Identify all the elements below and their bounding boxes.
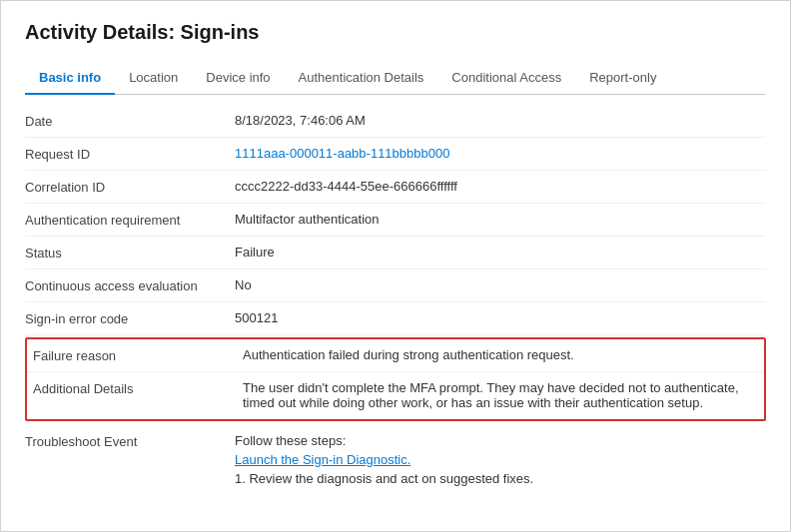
field-value-failure-reason: Authentication failed during strong auth… xyxy=(243,347,758,362)
field-label-auth-requirement: Authentication requirement xyxy=(25,212,235,228)
page-title: Activity Details: Sign-ins xyxy=(25,21,766,44)
field-value-date: 8/18/2023, 7:46:06 AM xyxy=(235,113,766,128)
troubleshoot-content: Follow these steps: Launch the Sign-in D… xyxy=(235,433,766,486)
field-status: Status Failure xyxy=(25,237,766,269)
tab-report-only[interactable]: Report-only xyxy=(575,62,670,95)
activity-details-panel: Activity Details: Sign-ins Basic info Lo… xyxy=(0,0,791,532)
field-error-code: Sign-in error code 500121 xyxy=(25,302,766,335)
field-label-failure-reason: Failure reason xyxy=(33,347,243,363)
field-label-request-id: Request ID xyxy=(25,146,235,162)
field-label-correlation-id: Correlation ID xyxy=(25,179,235,195)
troubleshoot-step-1: 1. Review the diagnosis and act on sugge… xyxy=(235,471,766,486)
field-date: Date 8/18/2023, 7:46:06 AM xyxy=(25,105,766,138)
field-additional-details: Additional Details The user didn't compl… xyxy=(27,372,764,419)
field-value-additional-details: The user didn't complete the MFA prompt.… xyxy=(243,380,758,410)
field-request-id: Request ID 1111aaa-000011-aabb-111bbbbb0… xyxy=(25,138,766,171)
field-value-error-code: 500121 xyxy=(235,310,766,325)
tab-conditional-access[interactable]: Conditional Access xyxy=(437,62,575,95)
tab-location[interactable]: Location xyxy=(115,62,192,95)
field-value-status: Failure xyxy=(235,245,766,260)
field-label-cae: Continuous access evaluation xyxy=(25,277,235,293)
troubleshoot-label: Troubleshoot Event xyxy=(25,433,235,449)
tab-auth-details[interactable]: Authentication Details xyxy=(285,62,438,95)
tab-bar: Basic info Location Device info Authenti… xyxy=(25,62,766,95)
field-label-error-code: Sign-in error code xyxy=(25,310,235,326)
troubleshoot-event-section: Troubleshoot Event Follow these steps: L… xyxy=(25,423,766,492)
field-correlation-id: Correlation ID cccc2222-dd33-4444-55ee-6… xyxy=(25,171,766,204)
field-auth-requirement: Authentication requirement Multifactor a… xyxy=(25,204,766,237)
field-failure-reason: Failure reason Authentication failed dur… xyxy=(27,339,764,372)
tab-basic-info[interactable]: Basic info xyxy=(25,62,115,95)
field-label-status: Status xyxy=(25,245,235,261)
highlighted-fields-box: Failure reason Authentication failed dur… xyxy=(25,337,766,421)
troubleshoot-steps-title: Follow these steps: xyxy=(235,433,766,448)
field-cae: Continuous access evaluation No xyxy=(25,269,766,302)
field-label-date: Date xyxy=(25,113,235,129)
tab-device-info[interactable]: Device info xyxy=(192,62,284,95)
basic-info-content: Date 8/18/2023, 7:46:06 AM Request ID 11… xyxy=(25,95,766,492)
field-value-cae: No xyxy=(235,277,766,292)
field-value-request-id[interactable]: 1111aaa-000011-aabb-111bbbbb000 xyxy=(235,146,766,161)
field-value-auth-requirement: Multifactor authentication xyxy=(235,212,766,227)
launch-diagnostic-link[interactable]: Launch the Sign-in Diagnostic. xyxy=(235,452,766,467)
field-value-correlation-id: cccc2222-dd33-4444-55ee-666666ffffff xyxy=(235,179,766,194)
field-label-additional-details: Additional Details xyxy=(33,380,243,396)
